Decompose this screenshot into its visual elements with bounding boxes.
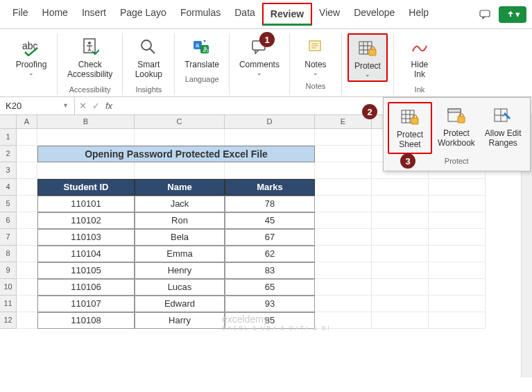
notes-icon (304, 36, 327, 58)
tab-view[interactable]: View (312, 3, 347, 26)
svg-rect-30 (458, 117, 465, 123)
share-button[interactable]: ▾ (499, 6, 526, 23)
row-header-7[interactable]: 7 (0, 229, 17, 246)
ribbon: 1 2 abcProofing⌄ Check Accessibility Acc… (0, 29, 532, 97)
protect-icon (357, 37, 379, 60)
accessibility-icon (79, 36, 101, 58)
row-header-12[interactable]: 12 (0, 312, 17, 329)
col-header-C[interactable]: C (135, 115, 225, 129)
svg-rect-0 (480, 10, 490, 17)
row-header-1[interactable]: 1 (0, 129, 17, 146)
table-cell[interactable]: Jack (135, 196, 225, 212)
table-cell[interactable]: 85 (225, 312, 315, 329)
translate-button[interactable]: aあTranslate (180, 33, 223, 72)
notes-button[interactable]: Notes⌄ (295, 33, 336, 79)
select-all-corner[interactable] (0, 115, 17, 129)
table-cell[interactable]: 67 (225, 229, 315, 246)
translate-icon: aあ (191, 36, 213, 58)
table-cell[interactable]: 110106 (37, 279, 135, 296)
protect-workbook-button[interactable]: Protect Workbook (434, 102, 479, 154)
row-header-6[interactable]: 6 (0, 212, 17, 229)
col-header-E[interactable]: E (315, 115, 372, 129)
row-header-10[interactable]: 10 (0, 279, 17, 296)
tab-home[interactable]: Home (35, 3, 75, 26)
table-cell[interactable]: 62 (225, 246, 315, 262)
protect-dropdown: Protect Sheet Protect Workbook Allow Edi… (383, 97, 531, 171)
tab-file[interactable]: File (6, 3, 35, 26)
row-header-2[interactable]: 2 (0, 146, 17, 162)
table-header[interactable]: Name (135, 179, 225, 196)
protect-workbook-icon (445, 105, 467, 127)
table-cell[interactable]: 110108 (37, 312, 135, 329)
svg-rect-21 (369, 49, 376, 56)
table-cell[interactable]: Ron (135, 212, 225, 229)
tab-review[interactable]: Review (262, 3, 312, 26)
table-cell[interactable]: 83 (225, 262, 315, 279)
name-box[interactable]: K20▼ (0, 97, 75, 114)
table-cell[interactable]: 78 (225, 196, 315, 212)
tab-bar: FileHomeInsertPage LayoFormulasDataRevie… (0, 0, 532, 29)
ink-icon (409, 36, 431, 58)
tab-insert[interactable]: Insert (75, 3, 113, 26)
tab-formulas[interactable]: Formulas (173, 3, 228, 26)
table-cell[interactable]: 93 (225, 296, 315, 312)
edit-ranges-icon (492, 105, 514, 127)
callout-2: 2 (362, 104, 377, 119)
cancel-icon: ✕ (79, 101, 87, 111)
table-cell[interactable]: 110102 (37, 212, 135, 229)
tab-pagelayo[interactable]: Page Layo (113, 3, 173, 26)
table-cell[interactable]: 110101 (37, 196, 135, 212)
table-cell[interactable]: 65 (225, 279, 315, 296)
confirm-icon: ✓ (92, 101, 100, 111)
tab-data[interactable]: Data (228, 3, 262, 26)
protect-button[interactable]: Protect⌄ (347, 33, 388, 82)
col-header-A[interactable]: A (17, 115, 37, 129)
svg-point-4 (141, 40, 151, 50)
svg-rect-27 (411, 118, 418, 124)
spellcheck-icon: abc (20, 36, 42, 58)
protect-sheet-icon (399, 106, 421, 128)
svg-text:あ: あ (203, 46, 209, 53)
hide-ink-button[interactable]: Hide Ink (400, 33, 440, 83)
svg-point-3 (88, 42, 91, 44)
allow-edit-ranges-button[interactable]: Allow Edit Ranges (481, 102, 526, 154)
table-cell[interactable]: 45 (225, 212, 315, 229)
table-cell[interactable]: Lucas (135, 279, 225, 296)
row-header-4[interactable]: 4 (0, 179, 17, 196)
table-cell[interactable]: Harry (135, 312, 225, 329)
table-cell[interactable]: 110103 (37, 229, 135, 246)
tab-help[interactable]: Help (402, 3, 436, 26)
col-header-D[interactable]: D (225, 115, 315, 129)
row-header-5[interactable]: 5 (0, 196, 17, 212)
sheet-title[interactable]: Opening Password Protected Excel File (37, 146, 315, 162)
smart-lookup-button[interactable]: Smart Lookup (128, 33, 169, 83)
proofing-button[interactable]: abcProofing⌄ (11, 33, 51, 79)
callout-3: 3 (400, 153, 415, 169)
table-header[interactable]: Marks (225, 179, 315, 196)
table-cell[interactable]: 110105 (37, 262, 135, 279)
row-header-8[interactable]: 8 (0, 246, 17, 262)
tab-develope[interactable]: Develope (347, 3, 402, 26)
table-cell[interactable]: 110104 (37, 246, 135, 262)
comments-bubble-icon[interactable] (475, 6, 495, 23)
search-icon (137, 36, 160, 58)
row-header-9[interactable]: 9 (0, 262, 17, 279)
svg-line-5 (150, 49, 155, 53)
row-header-11[interactable]: 11 (0, 296, 17, 312)
table-cell[interactable]: Edward (135, 296, 225, 312)
col-header-B[interactable]: B (37, 115, 135, 129)
fx-icon[interactable]: fx (105, 101, 112, 111)
table-cell[interactable]: 110107 (37, 296, 135, 312)
table-cell[interactable]: Bela (135, 229, 225, 246)
table-cell[interactable]: Emma (135, 246, 225, 262)
check-accessibility-button[interactable]: Check Accessibility (63, 33, 117, 83)
svg-rect-29 (448, 109, 461, 112)
table-cell[interactable]: Henry (135, 262, 225, 279)
row-header-3[interactable]: 3 (0, 162, 17, 179)
svg-text:a: a (196, 42, 199, 49)
table-header[interactable]: Student ID (37, 179, 135, 196)
protect-sheet-button[interactable]: Protect Sheet (388, 102, 432, 154)
callout-1: 1 (259, 32, 275, 47)
